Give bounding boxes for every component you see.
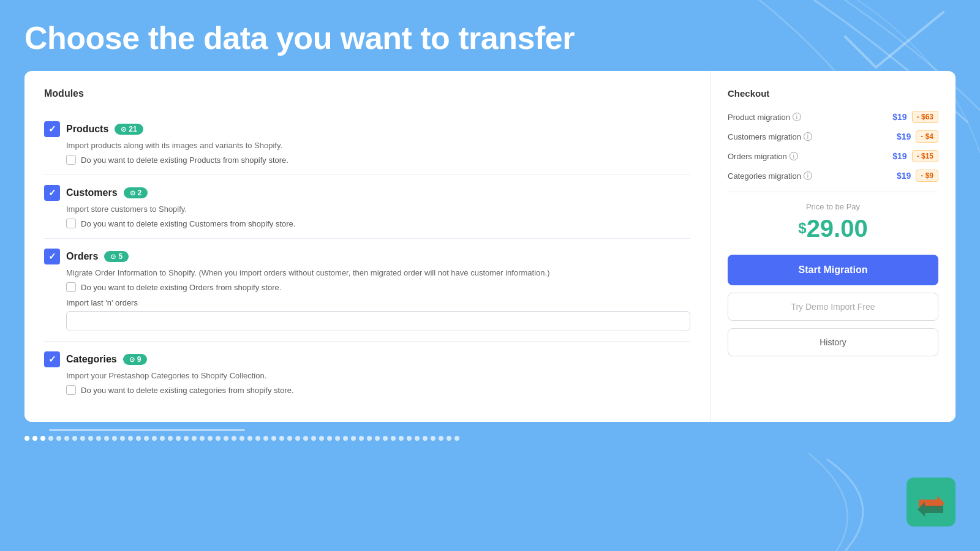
progress-dot <box>152 436 157 441</box>
categories-migration-info-icon[interactable]: i <box>804 171 812 180</box>
categories-delete-checkbox[interactable] <box>66 385 76 395</box>
checkout-divider <box>728 192 938 192</box>
progress-dot <box>96 436 101 441</box>
progress-dot <box>343 436 348 441</box>
progress-dot <box>247 436 252 441</box>
products-name: Products <box>66 124 108 135</box>
orders-description: Migrate Order Information to Shopify. (W… <box>66 268 690 277</box>
customers-count-badge: 2 <box>124 187 148 198</box>
progress-dot <box>32 436 37 441</box>
progress-dot <box>415 436 420 441</box>
progress-dot <box>263 436 268 441</box>
progress-dot <box>200 436 205 441</box>
progress-dot <box>112 436 117 441</box>
progress-dot <box>407 436 412 441</box>
customers-migration-info-icon[interactable]: i <box>804 132 812 141</box>
import-last-input[interactable] <box>66 311 690 331</box>
categories-count-badge: 9 <box>123 354 148 365</box>
customers-migration-price: $19 <box>897 132 911 141</box>
orders-delete-checkbox[interactable] <box>66 282 76 292</box>
module-item-orders: Orders 5 Migrate Order Information to Sh… <box>44 239 690 342</box>
price-to-pay-label: Price to be Pay <box>728 202 938 211</box>
progress-dot <box>383 436 388 441</box>
progress-dot <box>311 436 316 441</box>
categories-delete-label: Do you want to delete existing categorie… <box>81 386 294 395</box>
progress-dot <box>144 436 149 441</box>
progress-dot <box>239 436 244 441</box>
page-title: Choose the data you want to transfer <box>0 0 980 71</box>
categories-description: Import your Prestashop Categories to Sho… <box>66 371 690 380</box>
product-migration-label: Product migration i <box>728 113 801 122</box>
start-migration-button[interactable]: Start Migration <box>728 255 938 285</box>
progress-dot <box>88 436 93 441</box>
progress-dot <box>439 436 443 441</box>
customers-description: Import store customers to Shopify. <box>66 204 690 214</box>
orders-delete-label: Do you want to delete existing Orders fr… <box>81 283 281 292</box>
progress-dot <box>120 436 125 441</box>
orders-checkbox[interactable] <box>44 249 60 264</box>
price-row-categories: Categories migration i $19 - $9 <box>728 170 938 182</box>
checkout-title: Checkout <box>728 88 938 99</box>
progress-dot <box>287 436 292 441</box>
product-migration-price: $19 <box>892 112 907 122</box>
progress-dots <box>24 436 956 441</box>
progress-dot <box>224 436 228 441</box>
orders-migration-price: $19 <box>892 151 907 161</box>
progress-dot <box>431 436 435 441</box>
orders-name: Orders <box>66 251 98 262</box>
products-description: Import products along with its images an… <box>66 141 690 150</box>
customers-migration-label: Customers migration i <box>728 132 812 141</box>
categories-name: Categories <box>66 354 117 365</box>
progress-dot <box>255 436 260 441</box>
products-delete-label: Do you want to delete existing Products … <box>81 156 288 165</box>
progress-dot <box>319 436 324 441</box>
progress-dot <box>208 436 213 441</box>
import-last-label: Import last 'n' orders <box>66 298 690 307</box>
main-card: Modules Products 21 Import products alon… <box>24 71 956 422</box>
progress-dot <box>72 436 77 441</box>
customers-delete-checkbox[interactable] <box>66 219 76 228</box>
total-amount: 29.00 <box>807 215 868 242</box>
products-count-badge: 21 <box>115 124 143 135</box>
progress-dot <box>40 436 45 441</box>
modules-panel: Modules Products 21 Import products alon… <box>24 71 710 422</box>
history-button[interactable]: History <box>728 328 938 356</box>
progress-dot <box>128 436 133 441</box>
progress-dot <box>351 436 356 441</box>
categories-migration-price: $19 <box>897 171 911 181</box>
module-item-categories: Categories 9 Import your Prestashop Cate… <box>44 342 690 405</box>
checkout-panel: Checkout Product migration i $19 - $63 C… <box>710 71 956 422</box>
progress-dot <box>454 436 459 441</box>
customers-checkbox[interactable] <box>44 185 60 201</box>
orders-migration-info-icon[interactable]: i <box>790 152 798 160</box>
progress-dot <box>303 436 308 441</box>
customers-delete-label: Do you want to delete existing Customers… <box>81 219 295 228</box>
logo-icon <box>907 478 956 527</box>
progress-dot <box>176 436 181 441</box>
currency-symbol: $ <box>798 220 806 237</box>
product-migration-info-icon[interactable]: i <box>793 113 801 121</box>
progress-dot <box>104 436 109 441</box>
progress-dot <box>375 436 380 441</box>
products-checkbox[interactable] <box>44 121 60 137</box>
progress-dot <box>423 436 428 441</box>
progress-dot <box>367 436 372 441</box>
progress-dot <box>216 436 221 441</box>
orders-migration-label: Orders migration i <box>728 152 798 161</box>
products-delete-checkbox[interactable] <box>66 155 76 165</box>
module-item-products: Products 21 Import products along with i… <box>44 111 690 175</box>
progress-dot <box>327 436 332 441</box>
orders-migration-discount: - $15 <box>912 150 938 162</box>
bottom-section <box>0 422 980 441</box>
progress-dot <box>271 436 276 441</box>
progress-dot <box>64 436 69 441</box>
price-row-orders: Orders migration i $19 - $15 <box>728 150 938 162</box>
progress-dot <box>279 436 284 441</box>
categories-checkbox[interactable] <box>44 351 60 367</box>
progress-dot <box>232 436 236 441</box>
progress-dot <box>56 436 61 441</box>
progress-dot <box>447 436 451 441</box>
customers-name: Customers <box>66 187 118 198</box>
orders-count-badge: 5 <box>104 251 129 262</box>
demo-import-button[interactable]: Try Demo Import Free <box>728 293 938 321</box>
